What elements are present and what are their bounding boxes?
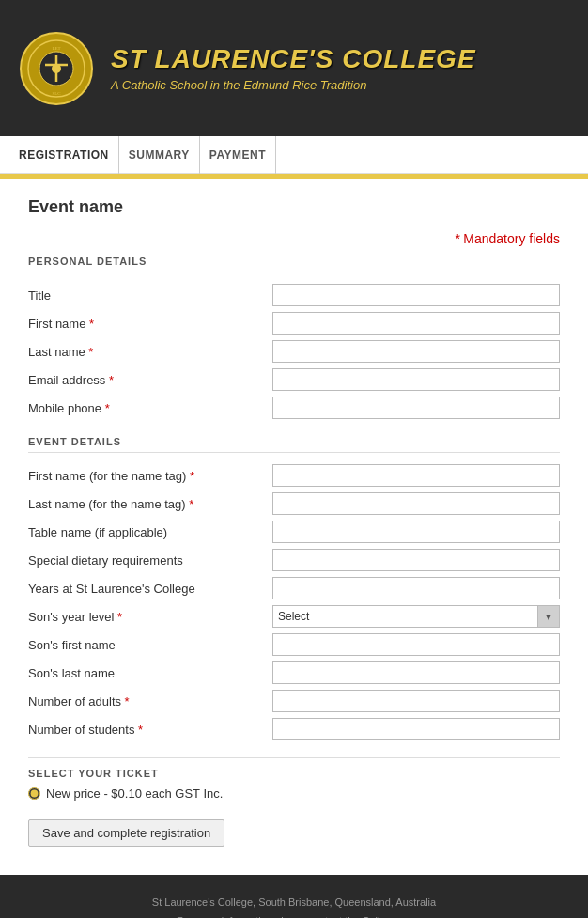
mobile-req: * <box>105 401 110 415</box>
svg-point-5 <box>52 64 61 73</box>
event-first-name-row: First name (for the name tag) * <box>28 464 560 487</box>
header-text: ST LAURENCE'S COLLEGE A Catholic School … <box>111 44 476 92</box>
event-first-name-label: First name (for the name tag) * <box>28 469 272 483</box>
years-input[interactable] <box>272 577 560 599</box>
son-first-name-input[interactable] <box>272 633 560 656</box>
school-tagline: A Catholic School in the Edmund Rice Tra… <box>111 78 476 92</box>
event-last-name-row: Last name (for the name tag) * <box>28 492 560 515</box>
table-name-input[interactable] <box>272 521 560 543</box>
num-adults-row: Number of adults * <box>28 690 560 712</box>
num-adults-label: Number of adults * <box>28 694 272 708</box>
email-row: Email address * <box>28 368 560 391</box>
title-label: Title <box>28 288 272 303</box>
email-input[interactable] <box>272 368 560 391</box>
table-name-row: Table name (if applicable) <box>28 521 560 543</box>
event-last-name-label: Last name (for the name tag) * <box>28 497 272 511</box>
mobile-row: Mobile phone * <box>28 397 560 419</box>
mandatory-asterisk: * <box>455 231 459 246</box>
page-title: Event name <box>28 197 560 217</box>
personal-details-section-title: PERSONAL DETAILS <box>28 256 560 272</box>
navigation: REGISTRATION SUMMARY PAYMENT <box>0 136 588 174</box>
event-first-name-input[interactable] <box>272 464 560 487</box>
mobile-input[interactable] <box>272 397 560 419</box>
ticket-option: New price - $0.10 each GST Inc. <box>28 786 560 801</box>
dietary-label: Special dietary requirements <box>28 553 272 568</box>
footer: St Laurence's College, South Brisbane, Q… <box>0 875 588 918</box>
nav-registration[interactable]: REGISTRATION <box>19 136 119 174</box>
table-name-label: Table name (if applicable) <box>28 525 272 539</box>
first-name-label: First name * <box>28 317 272 331</box>
ticket-radio[interactable] <box>28 787 40 800</box>
dietary-row: Special dietary requirements <box>28 549 560 571</box>
header: LET SLC ST LAURENCE'S COLLEGE A Catholic… <box>0 0 588 136</box>
nav-summary[interactable]: SUMMARY <box>119 136 200 174</box>
son-year-select[interactable]: Select <box>272 605 560 628</box>
son-first-name-label: Son's first name <box>28 638 272 652</box>
school-name: ST LAURENCE'S COLLEGE <box>111 44 476 74</box>
son-last-name-row: Son's last name <box>28 661 560 684</box>
school-logo: LET SLC <box>19 31 94 106</box>
event-last-name-input[interactable] <box>272 492 560 515</box>
title-input[interactable] <box>272 284 560 306</box>
son-first-name-row: Son's first name <box>28 633 560 656</box>
first-name-row: First name * <box>28 312 560 335</box>
years-label: Years at St Laurence's College <box>28 582 272 596</box>
son-year-row: Son's year level * Select ▼ <box>28 605 560 628</box>
save-button[interactable]: Save and complete registration <box>28 819 224 847</box>
last-name-label: Last name * <box>28 345 272 359</box>
svg-text:LET: LET <box>52 46 60 51</box>
son-last-name-input[interactable] <box>272 661 560 684</box>
mandatory-note: * Mandatory fields <box>28 231 560 246</box>
email-label: Email address * <box>28 373 272 387</box>
event-details-section-title: EVENT DETAILS <box>28 436 560 453</box>
ticket-option-label: New price - $0.10 each GST Inc. <box>46 786 223 801</box>
footer-line2: For more information please contact the … <box>19 912 569 918</box>
footer-line1: St Laurence's College, South Brisbane, Q… <box>19 894 569 912</box>
first-name-input[interactable] <box>272 312 560 335</box>
num-students-input[interactable] <box>272 718 560 740</box>
last-name-input[interactable] <box>272 340 560 363</box>
nav-payment[interactable]: PAYMENT <box>200 136 276 174</box>
num-students-row: Number of students * <box>28 718 560 740</box>
son-year-label: Son's year level * <box>28 610 272 624</box>
mobile-label: Mobile phone * <box>28 401 272 415</box>
svg-text:SLC: SLC <box>52 91 61 96</box>
email-req: * <box>109 373 114 387</box>
son-year-select-wrapper: Select ▼ <box>272 605 560 628</box>
ticket-section: SELECT YOUR TICKET New price - $0.10 eac… <box>28 757 560 801</box>
last-name-req: * <box>88 345 93 359</box>
title-row: Title <box>28 284 560 306</box>
first-name-req: * <box>89 317 94 331</box>
dietary-input[interactable] <box>272 549 560 571</box>
son-last-name-label: Son's last name <box>28 666 272 680</box>
main-content: Event name * Mandatory fields PERSONAL D… <box>0 179 588 875</box>
years-row: Years at St Laurence's College <box>28 577 560 599</box>
num-adults-input[interactable] <box>272 690 560 712</box>
num-students-label: Number of students * <box>28 723 272 737</box>
ticket-section-title: SELECT YOUR TICKET <box>28 768 560 779</box>
last-name-row: Last name * <box>28 340 560 363</box>
